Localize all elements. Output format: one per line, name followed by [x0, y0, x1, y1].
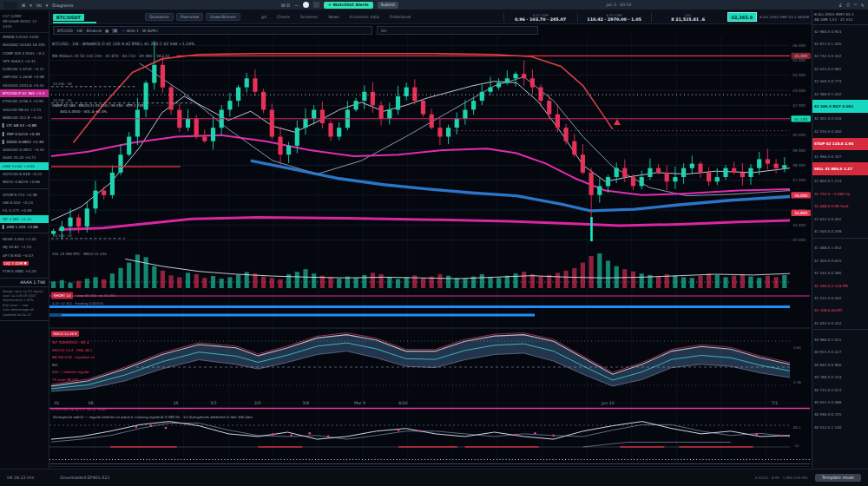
watchlist-row[interactable]: GBPUSD 1.2648 +0.08 — [0, 73, 49, 81]
symbolbar-button[interactable]: Overview — [176, 13, 204, 21]
menu-item[interactable]: Screener — [300, 15, 319, 19]
menu-item[interactable]: News — [328, 15, 339, 19]
watchlist-row[interactable]: ATOM 9.714 +0.38 — [0, 191, 49, 199]
orderbook-row[interactable]: 41 404.0 0.615 — [812, 254, 868, 266]
orderbook-row[interactable]: 41 612.5 0.441 — [812, 213, 868, 225]
symbolbar-buttons: QuotationOverviewDownStream — [145, 13, 240, 21]
orderbook-row[interactable]: 40 512.5 1.140 — [812, 421, 868, 433]
watchlist-row[interactable]: OP 3.182 +5.12 — [0, 215, 49, 223]
orderbook-row[interactable]: 41 215.5 0.442 — [812, 292, 868, 304]
watchlist-row[interactable]: SPX 4563.2 +0.31 — [0, 57, 49, 65]
indicator-panel-2: Divergence watch — regular bearish on wa… — [49, 415, 810, 467]
orderbook-row[interactable]: 41 742.5 −2.085 liq — [812, 187, 868, 200]
watchlist-row[interactable]: MATIC 0.8419 +0.66 — [0, 178, 49, 186]
watchlist-row[interactable]: FIL 5.271 +0.09 — [0, 207, 49, 214]
watchlist-row[interactable]: ETHUSD 2256.4 +0.91 — [0, 97, 49, 105]
symbol-search-field[interactable]: BTCUSD · 1W · Binance ▦ B ⋯ AUG 1 · W AV… — [53, 26, 372, 35]
watchlist-row[interactable]: ▍ XRP 0.5214 +0.40 — [0, 130, 49, 138]
watchlist-row[interactable]: ADAUSD 0.4921 −0.52 — [0, 146, 49, 154]
orderbook-row[interactable]: 42 742.5 0.332 — [812, 50, 868, 62]
watchlist-row[interactable]: EURUSD 1.0735 −0.12 — [0, 65, 49, 73]
watchlist-row[interactable]: COMP IDX 4 0551 −0.2 — [0, 49, 49, 57]
orderbook-row[interactable]: 40 788.5 0.154 — [812, 371, 868, 384]
edit-icon[interactable]: ✎ — [861, 3, 865, 8]
diagrams-menu[interactable]: Diagrams — [52, 3, 73, 8]
chevron-down-icon[interactable]: ▾ — [30, 3, 32, 8]
print-icon[interactable]: ⎙ — [846, 2, 850, 8]
orderbook-row[interactable]: 40 651.5 0.488 — [812, 396, 868, 408]
settings-square-icon[interactable] — [313, 2, 319, 8]
watchlist-row[interactable]: AVAX 35.20 +0.71 — [0, 154, 49, 161]
chevron-down-icon-2[interactable]: ▾ — [46, 3, 49, 8]
orderbook-row[interactable]: 41 296.0 2.118 PM — [812, 279, 868, 292]
watchlist-row[interactable]: XAUUSD 2031.6 +0.41 — [0, 82, 49, 89]
timeframe-label[interactable]: W D — [281, 3, 290, 8]
orderbook-row[interactable]: 41 804.0 1.114 — [812, 175, 868, 187]
watchlist-row[interactable]: APT 8.930 −0.47 — [0, 252, 49, 259]
orderbook-row[interactable]: 40 980.0 1.551 — [812, 333, 868, 345]
svg-text:45,300: 45,300 — [794, 54, 807, 58]
avatar[interactable] — [303, 2, 309, 8]
template-mode-button[interactable]: Template mode — [815, 474, 861, 482]
orderbook-row[interactable]: 42 560.5 0.774 — [812, 76, 868, 88]
last-price-badge[interactable]: 42,365.9 — [727, 12, 758, 22]
orderbook-row[interactable]: 42 301.0 0.518 — [812, 113, 868, 125]
compare-field[interactable]: On — [377, 26, 538, 35]
svg-text:43 000: 43 000 — [792, 89, 806, 93]
watchlist-row[interactable]: ▍ DOGE 0.0812 +1.30 — [0, 138, 49, 146]
tab-symbol[interactable]: BTC/USDT — [53, 14, 84, 21]
watchlist-row[interactable]: NASDAQ US100 16 205 — [0, 41, 49, 49]
watchlist-row[interactable]: ▍ ARB 1.204 +0.88 — [0, 223, 49, 231]
svg-text:43 250 · R2: 43 250 · R2 — [53, 82, 73, 86]
watchlist-row[interactable]: LINK 14.62 +3.05 — [0, 162, 49, 170]
minimize-icon[interactable]: — — [294, 3, 299, 8]
menu-item[interactable]: Charts — [277, 15, 290, 19]
orderbook-row[interactable]: STOP 42 118.0 2.94 — [812, 138, 868, 150]
orderbook-row[interactable]: 41 560.0 0.208 — [812, 225, 868, 237]
orderbook-row[interactable]: 41 042.5 0.312 — [812, 317, 868, 329]
orderbook-row[interactable]: 41 688.0 0.98 fund — [812, 200, 868, 212]
orderbook-row[interactable]: 42 615.0 2.081 — [812, 62, 868, 75]
watchlist-row[interactable]: UNI 6.052 −0.14 — [0, 199, 49, 207]
menu-item[interactable]: Economic data — [350, 15, 379, 19]
orderbook-row[interactable]: 40 590.0 0.725 — [812, 409, 868, 421]
svg-text:Δ OI +2 451 · funding 0.0041%: Δ OI +2 451 · funding 0.0041% — [52, 301, 104, 305]
layout-icon[interactable]: ⌗ — [854, 2, 857, 8]
watchlist-row[interactable]: BNBUSD 312.8 −0.34 — [0, 114, 49, 122]
orderbook-row[interactable]: 41 996.5 0.707 — [812, 150, 868, 162]
orderbook-row[interactable]: 42 488.0 1.432 — [812, 88, 868, 100]
currency-icon[interactable]: £ — [839, 3, 842, 8]
watchlist-row[interactable]: SOLUSD 98.42 +2.11 — [0, 106, 49, 114]
volume-menu[interactable]: Vo — [36, 3, 42, 8]
svg-text:41,100: 41,100 — [794, 117, 807, 122]
symbolbar-button[interactable]: DownStream — [206, 13, 240, 21]
watchlist-row[interactable]: LIQ 7.42M ▼ — [0, 259, 49, 267]
orderbook-row[interactable]: 42 871.0 1.205 — [812, 37, 868, 49]
symbolbar-button[interactable]: Quotation — [145, 13, 174, 21]
watchlist-row[interactable]: NEAR 3.450 +1.02 — [0, 235, 49, 243]
grid-icon[interactable]: ⊞ — [22, 3, 25, 8]
orderbook-row[interactable]: 42 365.5 BUY 4.081 — [812, 100, 868, 112]
watchlist-alerts-button[interactable]: + Watchlist Alerts — [324, 2, 373, 9]
orderbook-row[interactable]: 42 980.5 0.914 — [812, 25, 868, 37]
orderbook-row[interactable]: 41 488.5 1.052 — [812, 242, 868, 254]
watchlist-row[interactable]: ▍ LTC 68.53 −0.88 — [0, 122, 49, 129]
orderbook-row[interactable]: SELL 41 880.5 1.27 — [812, 162, 868, 174]
menu-item[interactable]: gd — [261, 15, 266, 19]
watchlist-row[interactable]: WMAB 0.0151 5340 — [0, 33, 49, 41]
orderbook-row[interactable]: 41 342.5 0.380 — [812, 266, 868, 279]
orderbook-row[interactable]: 41 108.0 ALERT — [812, 305, 868, 317]
orderbook-row[interactable]: 40 842.0 0.906 — [812, 358, 868, 371]
watchlist-row[interactable]: FTM 0.3981 +0.20 — [0, 267, 49, 275]
submit-button[interactable]: Submit — [378, 2, 398, 9]
menu-item[interactable]: Orderbook — [390, 15, 411, 19]
orderbook-row[interactable]: 40 715.0 2.013 — [812, 384, 868, 396]
watchlist-row[interactable]: INJ 34.82 −2.15 — [0, 243, 49, 251]
watchlist-row[interactable]: BTCUSD.P 42 365 +1.2 — [0, 89, 49, 97]
watchlist-row[interactable]: DOTUSD 6.918 −0.21 — [0, 170, 49, 178]
orderbook-row[interactable]: 40 915.5 0.227 — [812, 346, 868, 358]
grid-view-icon[interactable]: ▦ — [105, 29, 108, 33]
date-label: Jan 3 · 03:52 — [606, 3, 631, 7]
main-chart[interactable]: 46 00045 00044 00043 00042 00041 00040 0… — [49, 36, 812, 469]
orderbook-row[interactable]: 42 255.5 0.260 — [812, 125, 868, 137]
